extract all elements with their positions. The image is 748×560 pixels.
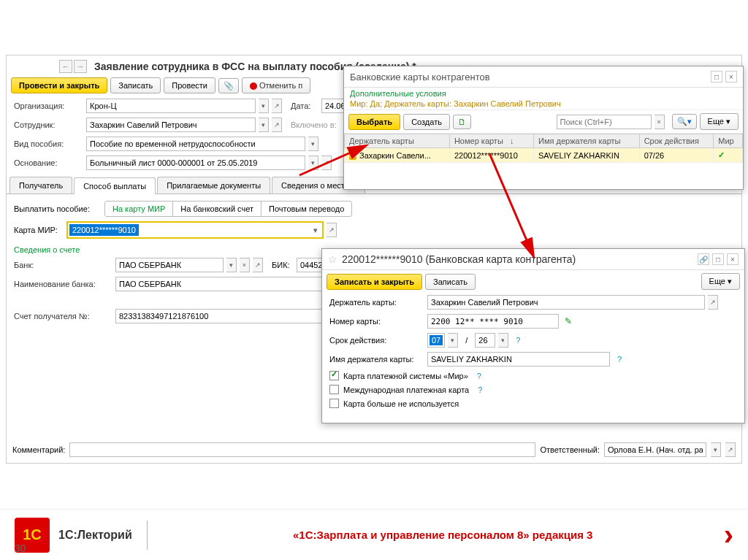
employee-open[interactable]: ↗: [272, 118, 282, 132]
employee-dropdown[interactable]: ▾: [259, 118, 269, 132]
card-holder-input[interactable]: [427, 295, 705, 310]
submit-and-close-button[interactable]: Провести и закрыть: [11, 77, 107, 93]
holder-name-help-icon[interactable]: ?: [617, 355, 622, 364]
basis-label: Основание:: [14, 158, 83, 167]
mir-card-label: Карта МИР:: [14, 226, 64, 234]
tab-recipient[interactable]: Получатель: [9, 177, 72, 193]
bank-open[interactable]: ↗: [253, 258, 263, 272]
search-clear[interactable]: ×: [654, 115, 665, 129]
card-number-input[interactable]: [427, 314, 559, 329]
holder-name-row: Имя держателя карты: ?: [322, 350, 744, 369]
responsible-dropdown[interactable]: ▾: [711, 442, 721, 457]
footer-divider: [147, 521, 148, 550]
mir-checkbox-row: Карта платежной системы «Мир» ?: [322, 369, 744, 383]
payout-bank-option[interactable]: На банковский счет: [173, 202, 262, 216]
popup1-close-button[interactable]: ×: [725, 71, 737, 83]
popup2-save-button[interactable]: Записать: [425, 274, 476, 290]
popup2-link-button[interactable]: 🔗: [698, 253, 709, 265]
disabled-checkbox-label: Карта больше не используется: [343, 399, 459, 408]
intl-checkbox-row: Международная платежная карта ?: [322, 383, 744, 396]
nav-back-button[interactable]: ←: [59, 60, 72, 73]
mir-checkbox[interactable]: [329, 371, 339, 380]
holder-name-label: Имя держателя карты:: [329, 355, 424, 364]
svg-line-3: [489, 153, 533, 256]
search-input[interactable]: [557, 115, 652, 129]
employee-input[interactable]: [86, 118, 256, 132]
bank-input[interactable]: [115, 258, 224, 272]
col-expiry[interactable]: Срок действия: [639, 134, 714, 148]
expiry-help-icon[interactable]: ?: [516, 336, 520, 345]
expiry-separator: /: [461, 336, 472, 345]
attach-button[interactable]: 📎: [218, 78, 239, 93]
basis-input[interactable]: [86, 156, 305, 170]
expiry-month-dropdown[interactable]: ▾: [448, 333, 458, 348]
nav-forward-button[interactable]: →: [74, 60, 87, 73]
mir-help-icon[interactable]: ?: [477, 372, 481, 380]
cell-expiry: 07/26: [639, 148, 714, 163]
bank-clear[interactable]: ×: [240, 258, 250, 272]
popup1-header: Банковские карты контрагентов □ ×: [344, 66, 743, 88]
page-number: 30: [15, 542, 26, 554]
org-open[interactable]: ↗: [272, 99, 282, 113]
account-label: Счет получателя №:: [14, 312, 112, 321]
extra-conditions-link[interactable]: Дополнительные условия: [350, 89, 737, 98]
bank-name-input[interactable]: [115, 277, 327, 291]
search-button[interactable]: 🔍▾: [672, 114, 697, 129]
responsible-label: Ответственный:: [540, 445, 600, 454]
popup1-toolbar: Выбрать Создать 🗋 × 🔍▾ Еще ▾: [344, 110, 743, 134]
slide-footer: 1C 1С:Лекторий «1С:Зарплата и управление…: [0, 509, 748, 560]
org-input[interactable]: [86, 99, 256, 113]
mir-card-field[interactable]: 220012******9010 ▾: [66, 221, 324, 239]
nav-buttons: ← →: [14, 60, 87, 73]
popup1-maximize-button[interactable]: □: [711, 71, 722, 83]
refresh-button[interactable]: 🗋: [453, 115, 471, 129]
payout-mir-option[interactable]: На карту МИР: [105, 202, 173, 216]
intl-checkbox[interactable]: [329, 385, 339, 394]
save-button[interactable]: Записать: [110, 77, 161, 93]
intl-help-icon[interactable]: ?: [478, 386, 482, 394]
org-dropdown[interactable]: ▾: [259, 99, 269, 113]
popup2-close-button[interactable]: ×: [727, 253, 739, 265]
expiry-year-input[interactable]: [475, 333, 495, 348]
payout-post-option[interactable]: Почтовым переводо: [262, 202, 351, 216]
popup1-more-button[interactable]: Еще ▾: [700, 113, 739, 130]
comment-input[interactable]: [69, 442, 535, 457]
tab-payment-method[interactable]: Способ выплаты: [74, 177, 156, 194]
popup2-more-button[interactable]: Еще ▾: [701, 273, 740, 290]
next-slide-arrow[interactable]: ›: [724, 518, 733, 551]
mir-card-open[interactable]: ↗: [327, 223, 337, 237]
popup2-maximize-button[interactable]: □: [712, 253, 724, 265]
org-label: Организация:: [14, 101, 83, 110]
mir-checkbox-label: Карта платежной системы «Мир»: [343, 372, 468, 380]
submit-button[interactable]: Провести: [164, 77, 215, 93]
card-holder-open[interactable]: ↗: [708, 295, 718, 310]
benefit-type-input[interactable]: [86, 137, 305, 151]
favorite-star-icon[interactable]: ☆: [328, 253, 337, 265]
lectory-label: 1С:Лекторий: [58, 529, 132, 542]
create-button[interactable]: Создать: [403, 114, 450, 130]
account-input[interactable]: [115, 309, 327, 323]
payout-row: Выплатить пособие: На карту МИР На банко…: [7, 199, 741, 219]
check-icon: ✓: [718, 150, 725, 159]
included-label: Включено в:: [291, 120, 337, 129]
tab-attachments[interactable]: Прилагаемые документы: [157, 177, 270, 193]
col-mir[interactable]: Мир: [714, 134, 743, 148]
expiry-label: Срок действия:: [329, 336, 424, 345]
expiry-month-input[interactable]: 07: [427, 333, 445, 348]
expiry-year-dropdown[interactable]: ▾: [498, 333, 508, 348]
comment-row: Комментарий: Ответственный: ▾ ↗: [9, 440, 739, 460]
bank-dropdown[interactable]: ▾: [226, 258, 237, 272]
cancel-button[interactable]: Отменить п: [242, 77, 310, 93]
mir-card-dropdown-icon[interactable]: ▾: [310, 226, 321, 235]
select-button[interactable]: Выбрать: [348, 114, 400, 130]
responsible-input[interactable]: [604, 442, 706, 457]
mir-card-value: 220012******9010: [69, 224, 139, 236]
cell-mir: ✓: [714, 148, 743, 163]
disabled-checkbox[interactable]: [329, 399, 339, 408]
save-and-close-button[interactable]: Записать и закрыть: [327, 274, 422, 290]
bik-label: БИК:: [272, 261, 294, 269]
holder-name-input[interactable]: [427, 352, 610, 367]
bank-name-label: Наименование банка:: [14, 280, 112, 288]
edit-icon[interactable]: ✎: [565, 316, 572, 326]
responsible-open[interactable]: ↗: [725, 442, 736, 457]
